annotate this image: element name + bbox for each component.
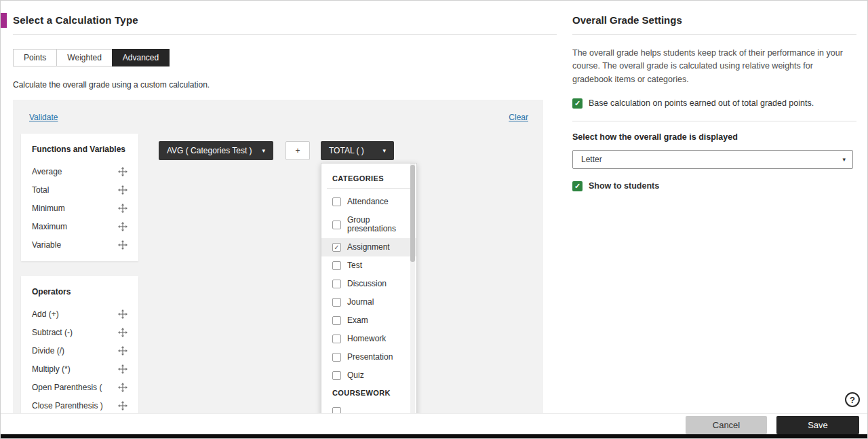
chevron-down-icon: ▾ bbox=[842, 156, 846, 163]
checkbox-icon[interactable] bbox=[332, 353, 341, 362]
move-icon[interactable] bbox=[118, 204, 127, 213]
operator-item-multiply[interactable]: Multiply (*) bbox=[32, 360, 127, 378]
operator-item-subtract[interactable]: Subtract (-) bbox=[32, 323, 127, 341]
checkbox-icon[interactable] bbox=[332, 371, 341, 380]
function-item-variable[interactable]: Variable bbox=[32, 235, 127, 254]
clear-link[interactable]: Clear bbox=[509, 113, 528, 122]
settings-title-divider bbox=[572, 34, 856, 35]
dropdown-item-group-presentations[interactable]: Group presentations bbox=[321, 211, 416, 238]
base-calculation-checkbox-row[interactable]: Base calculation on points earned out of… bbox=[572, 98, 856, 109]
checkbox-icon[interactable] bbox=[332, 316, 341, 325]
operators-card-title: Operators bbox=[32, 287, 127, 297]
checkbox-icon[interactable] bbox=[332, 335, 341, 343]
move-icon[interactable] bbox=[118, 383, 127, 392]
move-icon[interactable] bbox=[118, 364, 127, 374]
expression-chip-avg[interactable]: AVG ( Categories Test ) ▾ bbox=[159, 141, 273, 160]
save-button[interactable]: Save bbox=[776, 416, 859, 434]
function-item-label: Maximum bbox=[32, 222, 67, 231]
move-icon[interactable] bbox=[118, 401, 127, 411]
checkbox-checked-icon[interactable] bbox=[572, 181, 583, 191]
functions-and-variables-card: Functions and Variables Average Total Mi… bbox=[21, 134, 138, 261]
show-to-students-checkbox-row[interactable]: Show to students bbox=[572, 181, 856, 191]
move-icon[interactable] bbox=[118, 346, 127, 356]
cancel-button[interactable]: Cancel bbox=[686, 416, 767, 434]
chip-label: + bbox=[295, 146, 300, 155]
dropdown-item-test[interactable]: Test bbox=[321, 256, 416, 275]
function-item-label: Variable bbox=[32, 240, 61, 250]
move-icon[interactable] bbox=[118, 240, 127, 250]
checkbox-icon[interactable] bbox=[332, 221, 341, 229]
operator-item-label: Close Parenthesis ) bbox=[32, 401, 103, 411]
total-categories-dropdown: CATEGORIES Attendance Group presentation… bbox=[321, 163, 417, 421]
operator-item-add[interactable]: Add (+) bbox=[32, 305, 127, 323]
show-to-students-label: Show to students bbox=[589, 181, 659, 191]
expression-chip-total[interactable]: TOTAL ( ) ▾ bbox=[321, 141, 394, 160]
dropdown-item-label: Presentation bbox=[347, 353, 393, 362]
footer-bar: Cancel Save bbox=[1, 413, 868, 436]
dropdown-item-label: Test bbox=[347, 261, 362, 270]
settings-title: Overall Grade Settings bbox=[572, 14, 856, 26]
checkbox-checked-icon[interactable] bbox=[332, 243, 341, 252]
validate-link[interactable]: Validate bbox=[29, 113, 58, 122]
dropdown-divider bbox=[327, 188, 411, 189]
function-item-minimum[interactable]: Minimum bbox=[32, 199, 127, 217]
chevron-down-icon: ▾ bbox=[382, 148, 386, 154]
move-icon[interactable] bbox=[118, 309, 127, 319]
checkbox-icon[interactable] bbox=[332, 261, 341, 270]
checkbox-icon[interactable] bbox=[332, 280, 341, 288]
chip-label: AVG ( Categories Test ) bbox=[167, 146, 252, 155]
help-icon[interactable]: ? bbox=[845, 392, 860, 407]
dropdown-item-discussion[interactable]: Discussion bbox=[321, 275, 416, 293]
operator-item-label: Divide (/) bbox=[32, 346, 64, 356]
expression-chip-plus[interactable]: + bbox=[285, 141, 310, 160]
function-item-total[interactable]: Total bbox=[32, 180, 127, 199]
move-icon[interactable] bbox=[118, 185, 127, 195]
base-calculation-label: Base calculation on points earned out of… bbox=[589, 98, 814, 108]
dropdown-item-label: Attendance bbox=[347, 197, 389, 206]
dropdown-item-label: Homework bbox=[347, 335, 386, 343]
tab-weighted[interactable]: Weighted bbox=[56, 49, 112, 66]
dropdown-item-quiz[interactable]: Quiz bbox=[321, 366, 416, 385]
chip-label: TOTAL ( ) bbox=[329, 146, 364, 155]
move-icon[interactable] bbox=[118, 167, 127, 176]
scrollbar-thumb[interactable] bbox=[410, 165, 415, 262]
grade-display-select[interactable]: Letter ▾ bbox=[572, 150, 853, 169]
move-icon[interactable] bbox=[118, 222, 127, 231]
settings-divider bbox=[572, 121, 856, 121]
function-item-maximum[interactable]: Maximum bbox=[32, 217, 127, 235]
dropdown-item-attendance[interactable]: Attendance bbox=[321, 193, 416, 211]
checkbox-icon[interactable] bbox=[332, 197, 341, 206]
dropdown-section-coursework: COURSEWORK bbox=[321, 385, 416, 402]
chevron-down-icon: ▾ bbox=[262, 148, 265, 154]
dropdown-item-presentation[interactable]: Presentation bbox=[321, 348, 416, 366]
checkbox-icon[interactable] bbox=[332, 298, 341, 307]
display-question-label: Select how the overall grade is displaye… bbox=[572, 132, 856, 142]
title-divider bbox=[13, 34, 557, 35]
operator-item-label: Multiply (*) bbox=[32, 364, 71, 374]
dropdown-section-categories: CATEGORIES bbox=[321, 170, 416, 188]
function-item-label: Minimum bbox=[32, 204, 65, 213]
dropdown-item-label: Quiz bbox=[347, 371, 364, 380]
selected-value: Letter bbox=[581, 155, 602, 164]
function-item-average[interactable]: Average bbox=[32, 162, 127, 180]
operator-item-open-parenthesis[interactable]: Open Parenthesis ( bbox=[32, 378, 127, 396]
dropdown-item-exam[interactable]: Exam bbox=[321, 311, 416, 330]
tab-advanced[interactable]: Advanced bbox=[112, 49, 170, 66]
operator-item-close-parenthesis[interactable]: Close Parenthesis ) bbox=[32, 396, 127, 415]
move-icon[interactable] bbox=[118, 328, 127, 337]
functions-card-title: Functions and Variables bbox=[32, 145, 127, 154]
operator-item-divide[interactable]: Divide (/) bbox=[32, 341, 127, 360]
overall-grade-settings-panel: Overall Grade Settings The overall grade… bbox=[572, 1, 856, 413]
dropdown-item-journal[interactable]: Journal bbox=[321, 293, 416, 311]
dropdown-item-label: Exam bbox=[347, 316, 368, 325]
calculation-type-panel: Select a Calculation Type Points Weighte… bbox=[1, 1, 557, 413]
dropdown-item-assignment[interactable]: Assignment bbox=[321, 238, 416, 256]
calculation-builder-panel: Validate Clear Functions and Variables A… bbox=[13, 100, 543, 421]
function-item-label: Average bbox=[32, 167, 62, 176]
dropdown-scrollbar[interactable] bbox=[410, 164, 415, 420]
operator-item-label: Subtract (-) bbox=[32, 328, 73, 337]
checkbox-checked-icon[interactable] bbox=[572, 98, 583, 109]
dropdown-item-homework[interactable]: Homework bbox=[321, 330, 416, 348]
dropdown-item-label: Journal bbox=[347, 298, 374, 307]
tab-points[interactable]: Points bbox=[13, 49, 57, 66]
